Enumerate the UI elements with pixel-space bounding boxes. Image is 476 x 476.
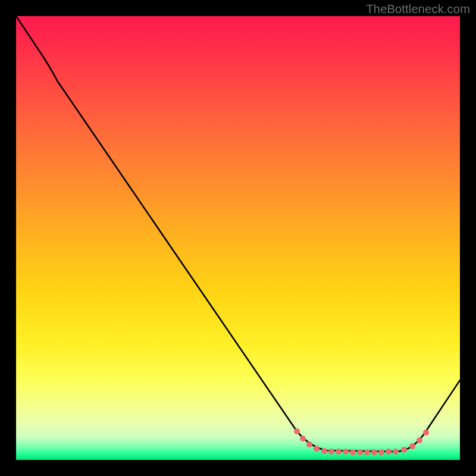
svg-point-8	[350, 449, 356, 455]
valley-dots-left	[294, 428, 327, 454]
svg-point-5	[328, 449, 334, 455]
svg-point-14	[393, 449, 399, 455]
svg-point-7	[343, 449, 349, 455]
bottleneck-curve	[16, 16, 460, 460]
svg-point-17	[416, 437, 422, 443]
svg-point-13	[386, 449, 392, 455]
svg-point-4	[321, 448, 327, 454]
svg-point-1	[300, 436, 306, 441]
plot-area	[16, 16, 460, 460]
svg-point-0	[294, 428, 300, 434]
curve-path	[16, 16, 460, 452]
svg-point-2	[306, 441, 312, 447]
svg-point-10	[364, 449, 370, 455]
valley-dots-floor	[328, 449, 399, 455]
svg-point-6	[336, 449, 342, 455]
svg-point-3	[314, 446, 320, 452]
svg-point-12	[378, 449, 384, 455]
svg-point-18	[423, 430, 429, 436]
chart-stage: TheBottleneck.com	[0, 0, 476, 476]
svg-point-11	[371, 449, 377, 455]
svg-point-15	[401, 447, 407, 453]
valley-dots-right	[401, 430, 429, 453]
watermark-text: TheBottleneck.com	[366, 2, 470, 16]
svg-point-9	[357, 449, 363, 455]
svg-point-16	[409, 443, 415, 449]
